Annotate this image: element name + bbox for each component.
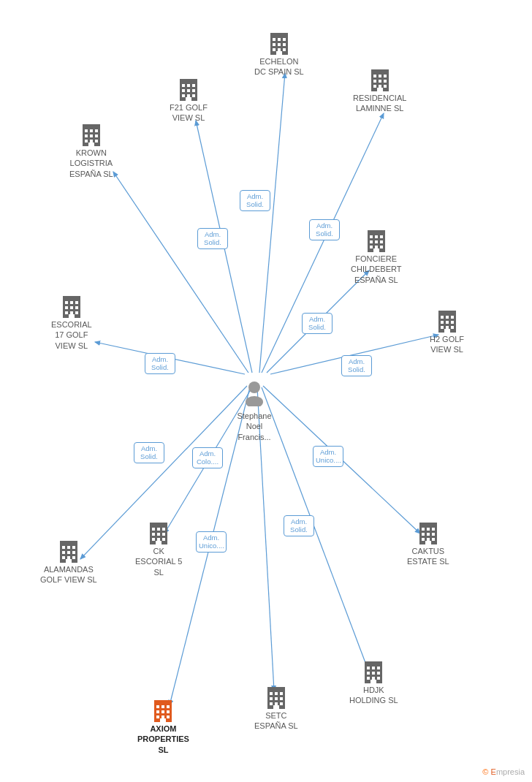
svg-line-0 (259, 73, 285, 373)
axiom-node[interactable]: AXIOMPROPERTIESSL (137, 700, 189, 755)
badge-adm-solid-2[interactable]: Adm.Solid. (240, 190, 270, 211)
echelon-node[interactable]: ECHELONDC SPAIN SL (254, 33, 304, 77)
badge-adm-solid-4[interactable]: Adm.Solid. (302, 313, 332, 334)
badge-adm-solid-3[interactable]: Adm.Solid. (309, 219, 340, 240)
krown-node[interactable]: KROWNLOGISTRIAESPAÑA SL (69, 124, 113, 179)
center-label: StephaneNoelFrancis... (232, 411, 276, 442)
f21golf-node[interactable]: F21 GOLFVIEW SL (170, 79, 208, 124)
setc-node[interactable]: SETCESPAÑA SL (254, 687, 298, 732)
badge-adm-unico-9[interactable]: Adm.Unico.... (313, 446, 343, 467)
h2golf-node[interactable]: H2 GOLFVIEW SL (430, 311, 464, 355)
fonciere-node[interactable]: FONCIERECHILDEBERTESPAÑA SL (351, 230, 401, 285)
watermark: © Empresia (482, 767, 525, 776)
svg-point-14 (246, 396, 263, 406)
ck-escorial-node[interactable]: CKESCORIAL 5SL (135, 523, 182, 577)
escorial17-node[interactable]: ESCORIAL17 GOLFVIEW SL (51, 296, 92, 351)
badge-adm-colo-8[interactable]: Adm.Colo.... (192, 447, 223, 468)
badge-adm-solid-6[interactable]: Adm.Solid. (145, 353, 175, 374)
svg-line-10 (262, 387, 369, 672)
alamandas-node[interactable]: ALAMANDASGOLF VIEW SL (40, 541, 97, 585)
badge-adm-solid-1[interactable]: Adm.Solid. (197, 228, 228, 249)
badge-adm-solid-10[interactable]: Adm.Solid. (284, 515, 314, 536)
badge-adm-solid-5[interactable]: Adm.Solid. (341, 355, 372, 376)
svg-line-2 (113, 172, 248, 373)
hdjk-node[interactable]: HDJKHOLDING SL (349, 661, 398, 706)
badge-adm-solid-7[interactable]: Adm.Solid. (134, 442, 164, 463)
caktus-node[interactable]: CAKTUSESTATE SL (407, 523, 449, 567)
badge-adm-unico-11[interactable]: Adm.Unico.... (196, 531, 227, 553)
residencial-node[interactable]: RESIDENCIALLAMINNE SL (353, 69, 406, 114)
center-person[interactable]: StephaneNoelFrancis... (232, 380, 276, 442)
svg-point-13 (248, 381, 260, 393)
